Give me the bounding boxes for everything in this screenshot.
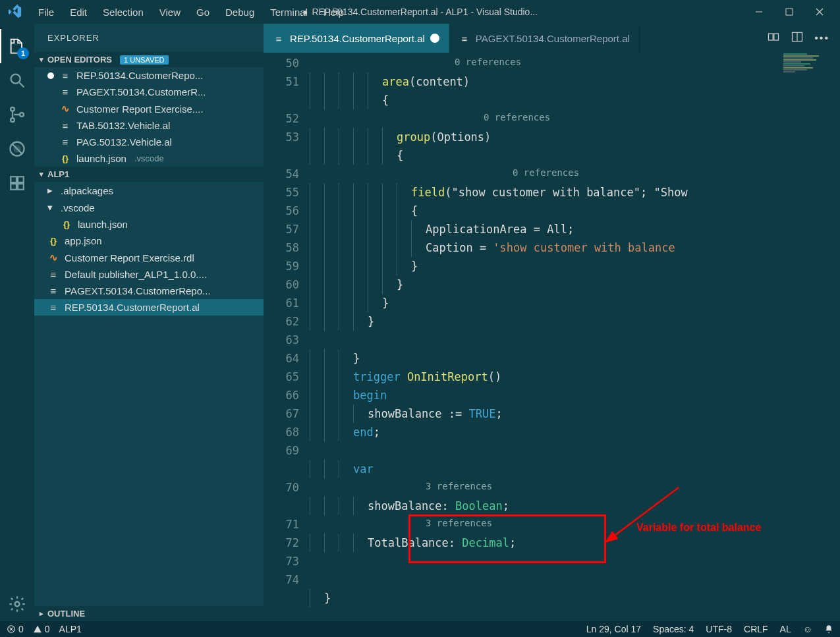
title-bar: File Edit Selection View Go Debug Termin… <box>0 0 840 24</box>
outline-label: OUTLINE <box>47 609 85 619</box>
window-controls <box>744 0 835 24</box>
menu-selection[interactable]: Selection <box>95 3 152 22</box>
status-errors[interactable]: 0 <box>7 624 24 634</box>
feedback-smiley-icon[interactable]: ☺ <box>803 624 812 634</box>
open-editor-item[interactable]: ≡ PAG.50132.Vehicle.al <box>34 134 264 150</box>
explorer-activity-icon[interactable]: 1 <box>0 29 34 63</box>
open-editor-item[interactable]: ≡ REP.50134.CustomerRepo... <box>34 67 264 84</box>
svg-rect-14 <box>18 184 24 190</box>
warnings-count: 0 <box>45 624 50 634</box>
file-item[interactable]: {} launch.json <box>34 216 264 233</box>
file-item[interactable]: {} app.json <box>34 233 264 249</box>
file-label: TAB.50132.Vehicle.al <box>76 120 170 131</box>
code-editor[interactable]: 5051525354555657585960616263646566676869… <box>264 53 840 621</box>
file-item[interactable]: ≡ Default publisher_ALP1_1.0.0.... <box>34 266 264 283</box>
file-item[interactable]: ≡ REP.50134.CustomerReport.al <box>34 299 264 316</box>
file-icon: ≡ <box>47 302 59 313</box>
open-editor-item[interactable]: ∿ Customer Report Exercise.... <box>34 100 264 117</box>
svg-line-5 <box>20 83 24 88</box>
errors-count: 0 <box>18 624 24 634</box>
status-eol[interactable]: CRLF <box>744 624 768 634</box>
file-label: PAGEXT.50134.CustomerRepo... <box>65 285 211 296</box>
extensions-activity-icon[interactable] <box>0 166 34 200</box>
file-label: app.json <box>65 235 102 246</box>
minimize-button[interactable] <box>744 0 774 24</box>
menu-debug[interactable]: Debug <box>217 3 262 22</box>
svg-point-6 <box>11 107 14 111</box>
outline-header[interactable]: ▸ OUTLINE <box>34 606 264 621</box>
project-label: ALP1 <box>47 169 69 179</box>
open-editors-header[interactable]: ▾ OPEN EDITORS 1 UNSAVED <box>34 52 264 67</box>
status-bar: 0 0 ALP1 Ln 29, Col 17 Spaces: 4 UTF-8 C… <box>0 621 840 637</box>
line-gutter: 5051525354555657585960616263646566676869… <box>264 53 310 621</box>
editor-tabs: ≡ REP.50134.CustomerReport.al ≡ PAGEXT.5… <box>264 24 840 53</box>
dirty-dot-icon[interactable] <box>430 34 439 43</box>
file-item[interactable]: ≡ PAGEXT.50134.CustomerRepo... <box>34 283 264 299</box>
project-tree: ▸ .alpackages ▾ .vscode {} launch.json {… <box>34 182 264 316</box>
svg-point-15 <box>15 602 20 607</box>
svg-rect-11 <box>11 177 16 182</box>
codelens[interactable]: 0 references <box>310 54 840 72</box>
chevron-down-icon: ▾ <box>40 170 43 179</box>
codelens[interactable]: 0 references <box>310 109 840 128</box>
menu-view[interactable]: View <box>152 3 188 22</box>
annotation-text: Variable for total balance <box>636 518 761 537</box>
status-lncol[interactable]: Ln 29, Col 17 <box>586 624 641 634</box>
open-editors-list: ≡ REP.50134.CustomerRepo... ≡ PAGEXT.501… <box>34 67 264 167</box>
open-editor-item[interactable]: {} launch.json .vscode <box>34 150 264 167</box>
close-button[interactable] <box>804 0 835 24</box>
tab-inactive[interactable]: ≡ PAGEXT.50134.CustomerReport.al <box>449 24 640 53</box>
code-content[interactable]: 0 references area(content) { 0 reference… <box>310 53 840 621</box>
unsaved-badge: 1 UNSAVED <box>120 55 169 65</box>
status-spaces[interactable]: Spaces: 4 <box>653 624 694 634</box>
tab-active[interactable]: ≡ REP.50134.CustomerReport.al <box>264 24 449 53</box>
svg-rect-13 <box>11 184 16 190</box>
minimap[interactable] <box>781 53 840 184</box>
file-item[interactable]: ∿ Customer Report Exercise.rdl <box>34 249 264 266</box>
status-warnings[interactable]: 0 <box>33 624 50 634</box>
menu-edit[interactable]: Edit <box>62 3 95 22</box>
file-icon: ≡ <box>47 285 59 296</box>
file-label: REP.50134.CustomerReport.al <box>65 302 200 313</box>
file-icon: ≡ <box>273 33 285 44</box>
svg-rect-16 <box>769 34 773 40</box>
maximize-button[interactable] <box>774 0 804 24</box>
file-label: Customer Report Exercise.... <box>76 103 204 115</box>
debug-activity-icon[interactable] <box>0 132 34 166</box>
status-encoding[interactable]: UTF-8 <box>706 624 732 634</box>
split-editor-icon[interactable] <box>791 30 804 46</box>
codelens[interactable]: 0 references <box>310 165 840 183</box>
open-editor-item[interactable]: ≡ PAGEXT.50134.CustomerR... <box>34 84 264 100</box>
folder-item[interactable]: ▸ .alpackages <box>34 182 264 199</box>
dirty-dot-icon <box>47 72 54 79</box>
window-title: ● REP.50134.CustomerReport.al - ALP1 - V… <box>302 7 538 17</box>
vscode-logo-icon <box>5 2 25 22</box>
open-editors-label: OPEN EDITORS <box>47 55 112 65</box>
menu-go[interactable]: Go <box>188 3 217 22</box>
file-icon: ≡ <box>59 70 71 81</box>
chevron-right-icon: ▸ <box>47 184 55 196</box>
chevron-down-icon: ▾ <box>40 55 43 64</box>
search-activity-icon[interactable] <box>0 63 34 97</box>
file-icon: ≡ <box>47 269 59 280</box>
folder-label: .alpackages <box>61 185 113 196</box>
more-actions-icon[interactable]: ••• <box>814 32 829 44</box>
rss-icon: ∿ <box>47 252 59 263</box>
explorer-title: EXPLORER <box>34 24 264 52</box>
file-label: PAGEXT.50134.CustomerR... <box>76 86 206 97</box>
annotation-box <box>408 514 606 563</box>
file-label: Customer Report Exercise.rdl <box>65 252 194 263</box>
settings-gear-icon[interactable] <box>0 587 34 621</box>
notifications-bell-icon[interactable] <box>824 624 833 634</box>
open-editor-item[interactable]: ≡ TAB.50132.Vehicle.al <box>34 117 264 134</box>
file-label: launch.json <box>76 153 126 164</box>
status-language[interactable]: AL <box>780 624 791 634</box>
source-control-activity-icon[interactable] <box>0 97 34 132</box>
codelens[interactable]: 3 references <box>310 478 840 497</box>
project-header[interactable]: ▾ ALP1 <box>34 167 264 182</box>
status-project[interactable]: ALP1 <box>59 624 82 634</box>
compare-changes-icon[interactable] <box>767 30 780 46</box>
svg-point-7 <box>11 118 14 122</box>
folder-item[interactable]: ▾ .vscode <box>34 199 264 216</box>
menu-file[interactable]: File <box>30 3 62 22</box>
